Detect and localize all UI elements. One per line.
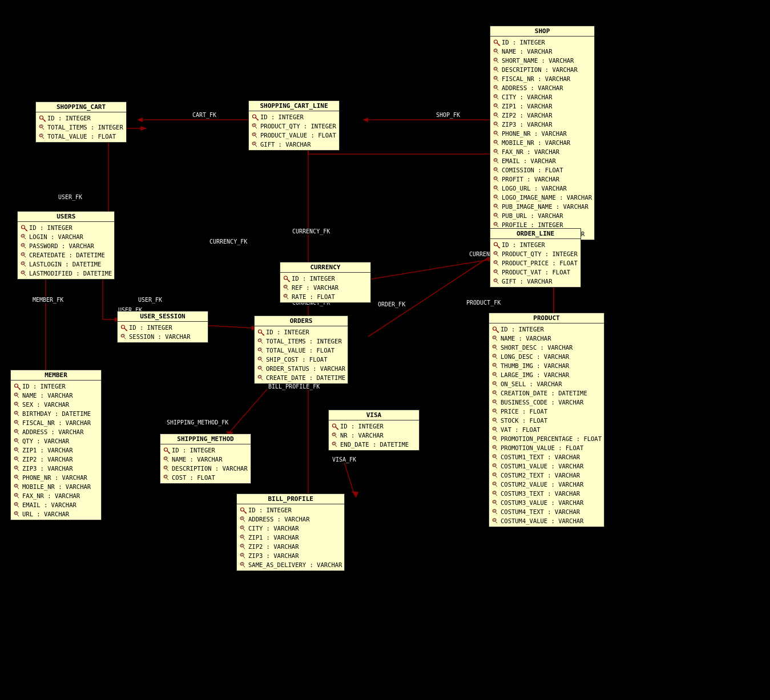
field-icon xyxy=(493,148,501,156)
svg-point-321 xyxy=(240,508,244,511)
field-icon xyxy=(257,337,265,345)
field-icon xyxy=(491,489,499,497)
pk-icon xyxy=(13,382,21,390)
svg-line-79 xyxy=(496,106,498,108)
entity-title-product: PRODUCT xyxy=(489,313,604,323)
field-row: FAX_NR : VARCHAR xyxy=(13,491,99,500)
field-text: GIFT : VARCHAR xyxy=(502,278,553,285)
field-text: SHIP_COST : FLOAT xyxy=(266,356,327,363)
field-icon xyxy=(20,269,28,277)
field-text: SAME_AS_DELIVERY : VARCHAR xyxy=(248,561,342,568)
field-row: ON_SELL : VARCHAR xyxy=(491,379,602,389)
field-row: SEX : VARCHAR xyxy=(13,400,99,409)
pk-icon xyxy=(491,325,499,333)
entity-visa: VISAID : INTEGERNR : VARCHAREND_DATE : D… xyxy=(328,410,420,451)
field-icon xyxy=(493,221,501,229)
field-text: ID : INTEGER xyxy=(340,423,384,430)
field-row: ID : INTEGER xyxy=(331,422,417,431)
field-row: NAME : VARCHAR xyxy=(13,391,99,400)
field-icon xyxy=(491,416,499,424)
svg-line-319 xyxy=(334,444,337,447)
field-text: NAME : VARCHAR xyxy=(172,456,223,463)
field-text: PUB_IMAGE_NAME : VARCHAR xyxy=(502,203,588,210)
svg-line-88 xyxy=(496,133,498,136)
svg-line-298 xyxy=(17,514,19,516)
field-row: ADDRESS : VARCHAR xyxy=(239,515,342,524)
svg-point-57 xyxy=(494,40,497,43)
field-icon xyxy=(251,140,259,148)
field-icon xyxy=(251,122,259,130)
field-icon xyxy=(13,400,21,408)
field-text: ID : INTEGER xyxy=(292,275,335,282)
field-row: GIFT : VARCHAR xyxy=(251,140,337,149)
svg-line-202 xyxy=(495,366,497,368)
field-icon xyxy=(331,440,339,448)
field-text: ADDRESS : VARCHAR xyxy=(22,428,83,435)
field-icon xyxy=(493,75,501,83)
field-row: VAT : FLOAT xyxy=(491,425,602,434)
field-icon xyxy=(251,131,259,139)
field-icon xyxy=(239,552,247,560)
entity-currency: CURRENCYID : INTEGERREF : VARCHARRATE : … xyxy=(280,262,371,303)
field-row: PRODUCT_QTY : INTEGER xyxy=(251,122,337,131)
field-text: CREATEDATE : DATETIME xyxy=(29,252,105,258)
field-row: DESCRIPTION : VARCHAR xyxy=(493,65,592,74)
field-text: URL : VARCHAR xyxy=(22,511,69,517)
field-text: PRODUCT_QTY : INTEGER xyxy=(260,123,336,130)
svg-line-76 xyxy=(496,97,498,99)
svg-line-205 xyxy=(495,375,497,377)
svg-line-331 xyxy=(243,537,245,540)
field-icon xyxy=(38,123,46,131)
field-text: BIRTHDAY : DATETIME xyxy=(22,410,91,417)
field-row: ZIP3 : VARCHAR xyxy=(493,120,592,129)
svg-point-45 xyxy=(252,115,256,118)
field-row: COMISSION : FLOAT xyxy=(493,165,592,175)
field-text: RATE : FLOAT xyxy=(292,293,335,300)
field-icon xyxy=(13,474,21,481)
field-row: COSTUM1_TEXT : VARCHAR xyxy=(491,452,602,462)
field-icon xyxy=(491,435,499,443)
svg-line-199 xyxy=(495,357,497,359)
field-text: NR : VARCHAR xyxy=(340,432,384,439)
field-icon xyxy=(493,66,501,74)
svg-line-211 xyxy=(495,393,497,395)
svg-line-250 xyxy=(495,512,497,514)
svg-line-304 xyxy=(166,459,168,462)
field-text: PRICE : FLOAT xyxy=(501,408,547,415)
field-text: CITY : VARCHAR xyxy=(502,94,553,100)
svg-line-259 xyxy=(17,395,19,398)
field-row: SESSION : VARCHAR xyxy=(120,332,205,341)
field-text: ADDRESS : VARCHAR xyxy=(248,516,309,523)
field-icon xyxy=(163,474,171,481)
field-icon xyxy=(13,410,21,418)
svg-line-220 xyxy=(495,420,497,423)
svg-point-189 xyxy=(493,327,496,330)
field-text: COMISSION : FLOAT xyxy=(502,167,563,173)
field-icon xyxy=(493,47,501,55)
svg-point-123 xyxy=(21,225,25,229)
svg-line-295 xyxy=(17,505,19,507)
svg-line-163 xyxy=(496,281,498,284)
field-row: PRICE : FLOAT xyxy=(491,407,602,416)
field-text: COSTUM4_VALUE : VARCHAR xyxy=(501,517,583,524)
field-text: PHONE_NR : VARCHAR xyxy=(502,130,567,137)
field-text: ID : INTEGER xyxy=(501,326,544,333)
field-text: PROMOTION_VALUE : FLOAT xyxy=(501,444,583,451)
field-text: NAME : VARCHAR xyxy=(501,335,551,342)
field-text: NAME : VARCHAR xyxy=(502,48,553,55)
field-icon xyxy=(13,446,21,454)
field-icon xyxy=(13,510,21,518)
svg-point-36 xyxy=(39,116,43,119)
pk-icon xyxy=(239,506,247,514)
svg-line-43 xyxy=(42,136,44,139)
svg-line-187 xyxy=(260,378,263,380)
field-text: ZIP3 : VARCHAR xyxy=(502,121,553,128)
field-row: LONG_DESC : VARCHAR xyxy=(491,352,602,361)
field-text: PUB_URL : VARCHAR xyxy=(502,212,563,219)
field-row: CREATEDATE : DATETIME xyxy=(20,250,112,260)
svg-line-127 xyxy=(23,237,26,239)
field-text: LASTLOGIN : DATETIME xyxy=(29,261,101,268)
field-icon xyxy=(13,483,21,491)
field-text: COSTUM1_TEXT : VARCHAR xyxy=(501,454,580,460)
field-text: EMAIL : VARCHAR xyxy=(502,157,556,164)
